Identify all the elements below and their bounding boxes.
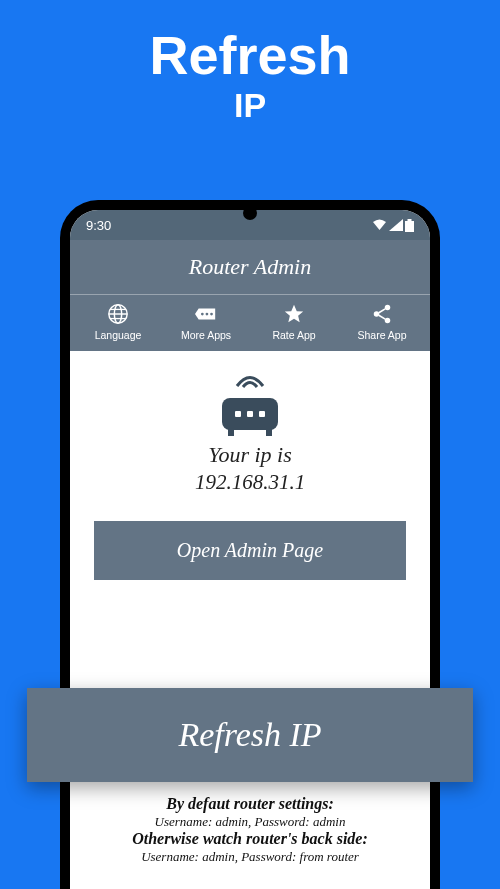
ip-value: 192.168.31.1 [70,470,430,495]
router-body [222,398,278,430]
refresh-ip-button[interactable]: Refresh IP [27,688,473,782]
hero-banner: Refresh IP [0,0,500,125]
share-app-button[interactable]: Share App [338,303,426,341]
status-time: 9:30 [86,218,111,233]
phone-frame: 9:30 Router Admin Language More Apps Rat… [60,200,440,889]
svg-rect-1 [408,219,412,221]
language-label: Language [95,329,142,341]
phone-screen: 9:30 Router Admin Language More Apps Rat… [70,210,430,889]
router-icon [215,373,285,430]
toolbar: Language More Apps Rate App Share App [70,295,430,351]
svg-line-13 [379,309,385,313]
svg-rect-0 [405,221,414,232]
globe-icon [107,303,129,325]
otherwise-title: Otherwise watch router's back side: [20,830,480,848]
svg-line-14 [379,315,385,319]
language-button[interactable]: Language [74,303,162,341]
app-title: Router Admin [189,254,311,279]
rate-app-button[interactable]: Rate App [250,303,338,341]
star-icon [283,303,305,325]
rate-app-label: Rate App [272,329,315,341]
settings-info: By defaut router settings: Username: adm… [0,795,500,865]
router-wifi-arc [235,373,265,388]
more-icon [195,303,217,325]
hero-line1: Refresh [0,28,500,82]
share-icon [371,303,393,325]
signal-icon [389,219,403,231]
app-bar: Router Admin [70,240,430,295]
svg-point-7 [201,313,204,316]
svg-point-8 [206,313,209,316]
ip-label: Your ip is [70,442,430,468]
open-admin-button[interactable]: Open Admin Page [94,521,406,580]
otherwise-credentials: Username: admin, Password: from router [20,849,480,865]
default-settings-title: By defaut router settings: [20,795,480,813]
main-content: Your ip is 192.168.31.1 Open Admin Page [70,351,430,580]
open-admin-label: Open Admin Page [177,539,323,561]
more-apps-label: More Apps [181,329,231,341]
svg-point-9 [210,313,213,316]
share-app-label: Share App [357,329,406,341]
default-credentials: Username: admin, Password: admin [20,814,480,830]
status-icons [372,219,414,232]
phone-camera [243,206,257,220]
battery-icon [405,219,414,232]
more-apps-button[interactable]: More Apps [162,303,250,341]
refresh-ip-label: Refresh IP [178,716,321,753]
hero-line2: IP [0,86,500,125]
wifi-icon [372,219,387,231]
